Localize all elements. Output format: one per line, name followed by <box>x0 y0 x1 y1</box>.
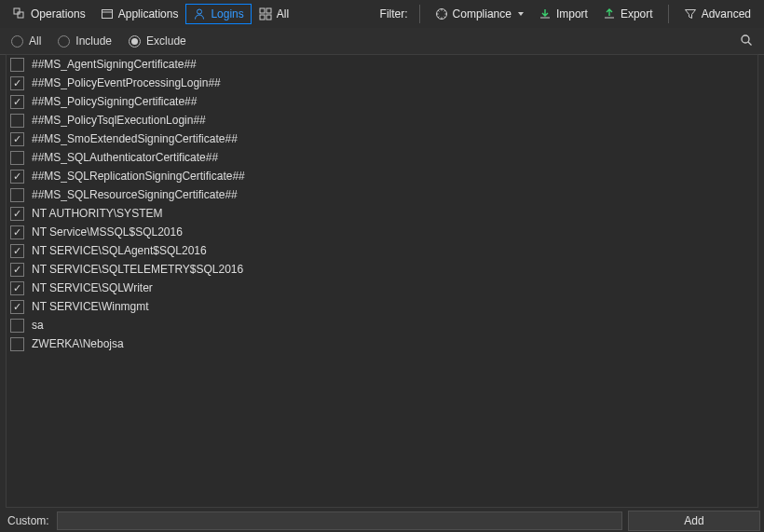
list-item[interactable]: NT AUTHORITY\SYSTEM <box>7 204 757 223</box>
svg-line-11 <box>748 42 752 46</box>
compliance-label: Compliance <box>453 7 512 20</box>
chevron-down-icon <box>518 12 524 16</box>
list-item-label: ##MS_SQLAuthenticatorCertificate## <box>32 151 218 164</box>
add-button-label: Add <box>684 514 703 527</box>
list-item-label: NT SERVICE\SQLAgent$SQL2016 <box>32 244 207 257</box>
radio-dot-icon <box>58 35 70 48</box>
compliance-dropdown[interactable]: Compliance <box>428 4 531 24</box>
tab-all-label: All <box>277 7 289 20</box>
import-icon <box>539 7 552 20</box>
export-button[interactable]: Export <box>595 4 661 24</box>
checkbox[interactable] <box>10 76 24 90</box>
checkbox[interactable] <box>10 300 24 314</box>
svg-point-4 <box>198 9 202 14</box>
list-item[interactable]: ##MS_PolicyEventProcessingLogin## <box>7 74 757 92</box>
radio-dot-icon <box>11 35 23 48</box>
checkbox[interactable] <box>10 319 24 333</box>
checkbox[interactable] <box>10 225 24 239</box>
checkbox[interactable] <box>10 151 24 165</box>
list-item-label: ##MS_PolicyTsqlExecutionLogin## <box>32 114 206 127</box>
filter-row: AllIncludeExclude <box>0 28 764 55</box>
checkbox[interactable] <box>10 132 24 146</box>
list-item-label: ##MS_SQLReplicationSigningCertificate## <box>32 170 245 183</box>
list-item-label: NT AUTHORITY\SYSTEM <box>32 207 162 220</box>
list-item-label: ##MS_AgentSigningCertificate## <box>32 58 197 71</box>
filter-radio-all[interactable]: All <box>11 34 41 48</box>
radio-label: All <box>29 34 41 48</box>
logins-icon <box>193 7 206 20</box>
checkbox[interactable] <box>10 95 24 109</box>
tab-logins[interactable]: Logins <box>185 4 251 24</box>
checkbox[interactable] <box>10 188 24 202</box>
export-icon <box>603 7 616 20</box>
checkbox[interactable] <box>10 337 24 351</box>
tab-applications[interactable]: Applications <box>93 4 186 24</box>
list-item[interactable]: ##MS_SQLReplicationSigningCertificate## <box>7 167 757 185</box>
list-item[interactable]: NT SERVICE\Winmgmt <box>7 297 757 316</box>
checkbox[interactable] <box>10 58 24 72</box>
main-toolbar: Operations Applications Logins All Filte… <box>0 0 764 28</box>
custom-input[interactable] <box>57 512 622 530</box>
list-item-label: NT SERVICE\SQLTELEMETRY$SQL2016 <box>32 263 243 276</box>
list-item-label: sa <box>32 319 44 332</box>
checkbox[interactable] <box>10 207 24 221</box>
list-item[interactable]: ZWERKA\Nebojsa <box>7 334 757 353</box>
all-icon <box>259 7 272 20</box>
list-item[interactable]: NT Service\MSSQL$SQL2016 <box>7 223 757 241</box>
list-item[interactable]: sa <box>7 316 757 334</box>
svg-rect-6 <box>266 8 271 13</box>
svg-rect-5 <box>260 8 265 13</box>
list-item[interactable]: NT SERVICE\SQLAgent$SQL2016 <box>7 241 757 260</box>
search-icon <box>740 36 753 49</box>
tab-all[interactable]: All <box>252 4 296 24</box>
add-button[interactable]: Add <box>628 511 760 531</box>
svg-rect-7 <box>260 15 265 20</box>
svg-rect-0 <box>14 8 20 14</box>
import-label: Import <box>556 7 588 20</box>
list-item-label: ##MS_PolicyEventProcessingLogin## <box>32 76 221 89</box>
radio-label: Exclude <box>146 34 186 48</box>
bottom-bar: Custom: Add <box>0 510 764 532</box>
list-item[interactable]: ##MS_SQLAuthenticatorCertificate## <box>7 148 757 167</box>
checkbox[interactable] <box>10 244 24 258</box>
filter-radio-include[interactable]: Include <box>58 34 112 48</box>
filter-icon <box>684 7 697 20</box>
list-item[interactable]: ##MS_SQLResourceSigningCertificate## <box>7 185 757 204</box>
tab-operations-label: Operations <box>31 7 86 20</box>
list-item-label: ##MS_SmoExtendedSigningCertificate## <box>32 132 238 145</box>
list-item[interactable]: ##MS_SmoExtendedSigningCertificate## <box>7 130 757 148</box>
applications-icon <box>101 7 114 20</box>
search-button[interactable] <box>736 30 757 53</box>
list-item-label: NT Service\MSSQL$SQL2016 <box>32 225 183 239</box>
filter-radio-exclude[interactable]: Exclude <box>129 34 186 48</box>
advanced-label: Advanced <box>702 7 751 20</box>
list-item-label: ZWERKA\Nebojsa <box>32 337 124 350</box>
svg-rect-1 <box>18 12 23 18</box>
custom-label: Custom: <box>0 514 57 527</box>
radio-dot-icon <box>129 35 141 48</box>
list-item-label: ##MS_SQLResourceSigningCertificate## <box>32 188 238 201</box>
checkbox[interactable] <box>10 263 24 277</box>
checkbox[interactable] <box>10 170 24 184</box>
tab-applications-label: Applications <box>118 7 179 20</box>
tab-operations[interactable]: Operations <box>6 4 93 24</box>
operations-icon <box>13 7 26 20</box>
logins-list: ##MS_AgentSigningCertificate####MS_Polic… <box>6 54 758 508</box>
export-label: Export <box>621 7 653 20</box>
list-item[interactable]: ##MS_PolicyTsqlExecutionLogin## <box>7 111 757 130</box>
tab-logins-label: Logins <box>211 7 243 20</box>
list-item[interactable]: ##MS_AgentSigningCertificate## <box>7 55 757 74</box>
svg-rect-8 <box>266 15 271 20</box>
list-item[interactable]: NT SERVICE\SQLTELEMETRY$SQL2016 <box>7 260 757 279</box>
list-item[interactable]: ##MS_PolicySigningCertificate## <box>7 92 757 111</box>
import-button[interactable]: Import <box>531 4 595 24</box>
list-item-label: NT SERVICE\SQLWriter <box>32 281 153 294</box>
checkbox[interactable] <box>10 114 24 128</box>
advanced-button[interactable]: Advanced <box>676 4 758 24</box>
list-item[interactable]: NT SERVICE\SQLWriter <box>7 279 757 297</box>
toolbar-separator-2 <box>668 5 669 23</box>
list-item-label: ##MS_PolicySigningCertificate## <box>32 95 197 108</box>
checkbox[interactable] <box>10 281 24 295</box>
toolbar-separator <box>419 5 420 23</box>
svg-rect-2 <box>102 10 112 19</box>
